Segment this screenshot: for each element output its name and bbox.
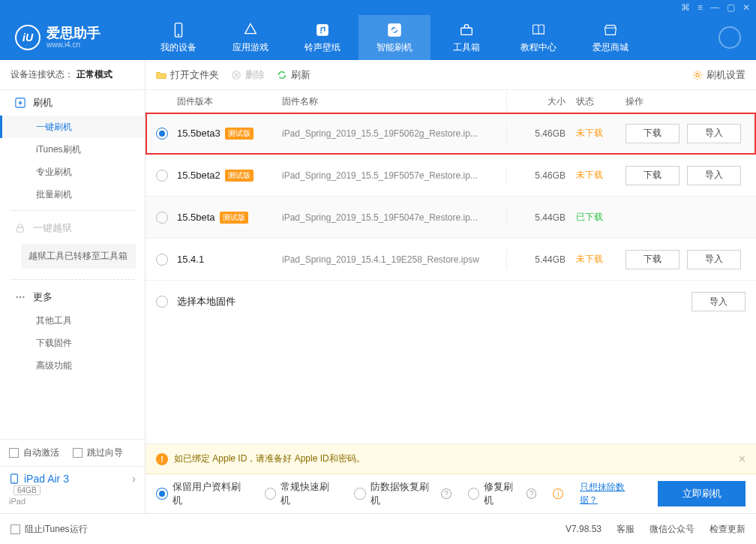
table-header: 固件版本 固件名称 大小 状态 操作 (146, 90, 756, 113)
firmware-list: 15.5beta3测试版iPad_Spring_2019_15.5_19F506… (146, 113, 756, 281)
table-row[interactable]: 15.5beta测试版iPad_Spring_2019_15.5_19F5047… (146, 197, 756, 239)
radio-select[interactable] (156, 128, 168, 140)
download-button[interactable]: 下载 (626, 124, 680, 143)
toolbar: 打开文件夹 删除 刷新 刷机设置 (146, 60, 756, 90)
phone-icon (170, 22, 187, 38)
skip-guide-checkbox[interactable] (73, 448, 82, 458)
svg-point-1 (178, 34, 179, 35)
sidebar-item-other-tools[interactable]: 其他工具 (0, 310, 145, 332)
win-close-icon[interactable]: ✕ (742, 2, 750, 13)
refresh-button[interactable]: 刷新 (277, 68, 310, 82)
win-menu-icon[interactable]: ⌘ (681, 2, 690, 13)
book-icon (530, 22, 547, 38)
table-row[interactable]: 15.4.1iPad_Spring_2019_15.4.1_19E258_Res… (146, 239, 756, 281)
version-label: V7.98.53 (566, 524, 602, 534)
sidebar-item-batch[interactable]: 批量刷机 (0, 183, 145, 206)
mode-normal[interactable]: 常规快速刷机 (265, 480, 338, 507)
auto-activate-checkbox[interactable] (9, 448, 19, 458)
sidebar-item-pro[interactable]: 专业刷机 (0, 161, 145, 183)
lock-icon (15, 223, 26, 233)
nav-toolbox[interactable]: 工具箱 (430, 15, 502, 60)
status-text: 未下载 (566, 253, 618, 266)
table-row[interactable]: 15.5beta2测试版iPad_Spring_2019_15.5_19F505… (146, 155, 756, 197)
flash-settings-button[interactable]: 刷机设置 (692, 68, 746, 82)
mode-repair[interactable]: 修复刷机? (468, 480, 537, 507)
import-local-button[interactable]: 导入 (692, 292, 746, 311)
folder-icon (156, 70, 166, 80)
download-button[interactable]: 下载 (626, 166, 680, 185)
delete-icon (231, 70, 242, 80)
import-button[interactable]: 导入 (687, 166, 741, 185)
sidebar: 设备连接状态： 正常模式 刷机 一键刷机 iTunes刷机 专业刷机 批量刷机 … (0, 60, 146, 513)
svg-point-3 (320, 32, 322, 34)
radio-local[interactable] (156, 296, 168, 308)
sidebar-cat-jailbreak: 一键越狱 (0, 215, 145, 241)
close-icon[interactable]: × (739, 452, 746, 466)
apps-icon (242, 22, 259, 38)
info-icon[interactable]: i (553, 488, 563, 499)
check-update-link[interactable]: 检查更新 (710, 523, 746, 536)
nav-apps[interactable]: 应用游戏 (214, 15, 286, 60)
main: 打开文件夹 删除 刷新 刷机设置 固件版本 固件名称 大小 状态 操作 (146, 60, 756, 513)
refresh-icon (277, 70, 287, 80)
version-text: 15.4.1 (177, 254, 204, 265)
radio-select[interactable] (156, 212, 168, 224)
open-folder-button[interactable]: 打开文件夹 (156, 68, 219, 82)
version-text: 15.5beta (177, 212, 215, 223)
help-icon[interactable]: ? (526, 488, 537, 499)
nav-flash[interactable]: 智能刷机 (358, 15, 430, 60)
firmware-name: iPad_Spring_2019_15.5_19F5062g_Restore.i… (282, 128, 506, 139)
store-icon (602, 22, 619, 38)
status-text: 未下载 (566, 127, 618, 140)
customer-service-link[interactable]: 客服 (616, 523, 634, 536)
win-list-icon[interactable]: ≡ (698, 2, 703, 13)
help-icon[interactable]: ? (441, 488, 452, 499)
tablet-icon (9, 473, 20, 484)
block-itunes-checkbox[interactable] (10, 524, 20, 534)
table-row[interactable]: 15.5beta3测试版iPad_Spring_2019_15.5_19F506… (146, 113, 756, 155)
delete-button: 删除 (231, 68, 265, 82)
gear-icon (692, 70, 703, 80)
download-icon (724, 32, 735, 43)
nav-ringtones[interactable]: 铃声壁纸 (286, 15, 358, 60)
size-text: 5.44GB (513, 212, 566, 223)
music-icon (314, 22, 331, 38)
import-button[interactable]: 导入 (687, 250, 741, 269)
action-row: 保留用户资料刷机 常规快速刷机 防数据恢复刷机? 修复刷机? i 只想抹除数据？… (146, 474, 756, 513)
refresh-icon (386, 22, 403, 38)
import-button[interactable]: 导入 (687, 124, 741, 143)
logo-icon: iU (15, 25, 40, 50)
nav-store[interactable]: 爱思商城 (574, 15, 646, 60)
download-manager-button[interactable] (718, 26, 741, 49)
firmware-name: iPad_Spring_2019_15.5_19F5047e_Restore.i… (282, 212, 506, 223)
nav-my-device[interactable]: 我的设备 (142, 15, 214, 60)
svg-rect-4 (388, 23, 401, 36)
sidebar-item-oneclick[interactable]: 一键刷机 (0, 116, 145, 138)
win-max-icon[interactable]: ▢ (727, 2, 735, 13)
sidebar-cat-flash[interactable]: 刷机 (0, 90, 145, 116)
flash-now-button[interactable]: 立即刷机 (658, 481, 746, 506)
download-button[interactable]: 下载 (626, 250, 680, 269)
logo: iU 爱思助手 www.i4.cn (15, 25, 142, 50)
erase-link[interactable]: 只想抹除数据？ (580, 481, 641, 506)
sidebar-cat-more[interactable]: 更多 (0, 284, 145, 310)
nav-tutorials[interactable]: 教程中心 (502, 15, 574, 60)
mode-anti-recovery[interactable]: 防数据恢复刷机? (354, 480, 452, 507)
sidebar-item-itunes[interactable]: iTunes刷机 (0, 138, 145, 161)
svg-point-8 (16, 296, 17, 298)
sidebar-item-advanced[interactable]: 高级功能 (0, 355, 145, 377)
size-text: 5.44GB (513, 254, 566, 265)
auto-activate-row: 自动激活 跳过向导 (0, 439, 145, 466)
version-text: 15.5beta3 (177, 128, 220, 139)
apple-id-notice: ! 如已绑定 Apple ID，请准备好 Apple ID和密码。 × (146, 444, 756, 474)
device-info[interactable]: iPad Air 3 › 64GB iPad (0, 466, 145, 513)
radio-select[interactable] (156, 254, 168, 266)
status-text: 已下载 (566, 211, 618, 224)
row-local-firmware[interactable]: 选择本地固件 导入 (146, 281, 756, 323)
status-text: 未下载 (566, 169, 618, 182)
wechat-link[interactable]: 微信公众号 (650, 523, 694, 536)
sidebar-item-download-fw[interactable]: 下载固件 (0, 332, 145, 355)
radio-select[interactable] (156, 170, 168, 182)
win-min-icon[interactable]: — (710, 2, 719, 13)
mode-keep-data[interactable]: 保留用户资料刷机 (156, 480, 248, 507)
